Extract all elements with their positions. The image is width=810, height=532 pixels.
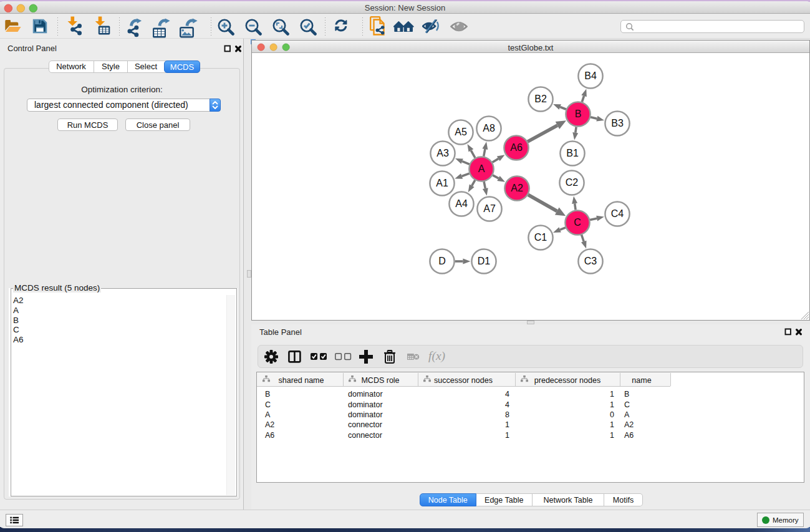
svg-text:C1: C1	[534, 232, 547, 243]
svg-text:B1: B1	[566, 148, 579, 158]
svg-text:A4: A4	[455, 198, 468, 209]
svg-text:A7: A7	[483, 203, 496, 214]
svg-text:C2: C2	[566, 177, 579, 188]
svg-text:A: A	[478, 163, 485, 174]
svg-text:B2: B2	[534, 94, 547, 104]
svg-text:D1: D1	[478, 256, 491, 266]
svg-text:A2: A2	[511, 183, 523, 193]
svg-text:A5: A5	[455, 127, 467, 137]
svg-text:A8: A8	[483, 123, 495, 133]
svg-text:C: C	[574, 217, 581, 228]
svg-text:A3: A3	[436, 148, 449, 158]
svg-text:B: B	[575, 109, 582, 119]
svg-text:A6: A6	[510, 142, 523, 153]
svg-text:B4: B4	[584, 70, 597, 81]
svg-text:D: D	[438, 256, 446, 266]
svg-text:B3: B3	[611, 118, 624, 128]
svg-text:A1: A1	[436, 178, 448, 188]
svg-text:C4: C4	[611, 208, 624, 219]
svg-text:C3: C3	[584, 256, 597, 266]
